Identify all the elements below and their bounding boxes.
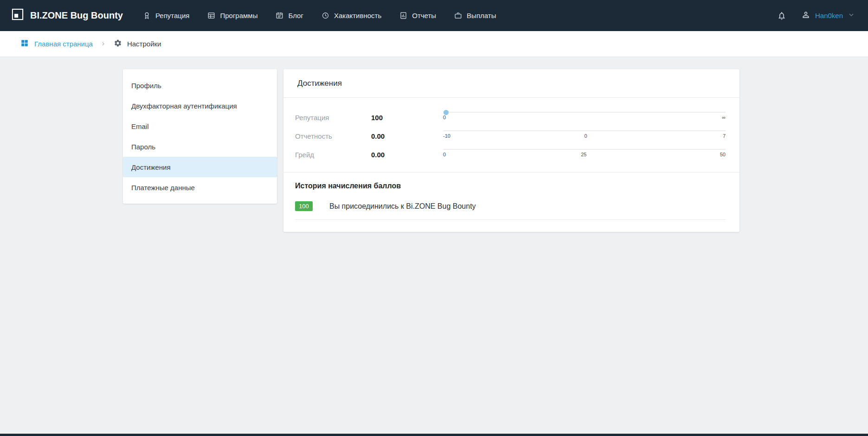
notifications-bell-icon[interactable] — [777, 11, 786, 20]
metric-label: Грейд — [295, 151, 371, 159]
metric-label: Отчетность — [295, 132, 371, 140]
user-menu[interactable]: Han0ken — [801, 10, 855, 21]
breadcrumb-home-link[interactable]: Главная страница — [20, 39, 93, 49]
metric-value: 100 — [371, 114, 443, 122]
nav-item-programs[interactable]: Программы — [207, 11, 257, 20]
reputation-medal-icon — [142, 11, 151, 20]
settings-content: Профиль Двухфакторная аутентификация Ema… — [123, 69, 868, 232]
nav-label: Программы — [220, 12, 257, 19]
history-item: 100 Вы присоединились к Bi.ZONE Bug Boun… — [295, 201, 726, 220]
slider-track — [443, 112, 726, 113]
points-badge: 100 — [295, 201, 313, 211]
footer-strip — [0, 434, 868, 436]
nav-item-blog[interactable]: Блог — [275, 11, 303, 20]
metrics-section: Репутация 100 0 ∞ Отчетность 0.00 — [283, 98, 739, 173]
scale-mid: 25 — [581, 152, 586, 157]
panel-title: Достижения — [283, 69, 739, 98]
sidebar-item-profile[interactable]: Профиль — [123, 75, 277, 96]
username-label: Han0ken — [815, 12, 843, 19]
activity-clock-icon — [321, 11, 330, 20]
sidebar-item-achievements[interactable]: Достижения — [123, 157, 277, 177]
scale-min: 0 — [443, 115, 448, 120]
nav-item-payouts[interactable]: Выплаты — [454, 11, 496, 20]
programs-grid-icon — [207, 11, 216, 20]
navbar-right: Han0ken — [777, 10, 855, 21]
reports-chart-icon — [399, 11, 408, 20]
metric-value: 0.00 — [371, 132, 443, 140]
main-navigation: Репутация Программы Блог — [142, 11, 496, 20]
nav-label: Отчеты — [412, 12, 436, 19]
breadcrumb: Главная страница Настройки — [0, 31, 868, 57]
user-avatar-icon — [801, 10, 810, 21]
metric-row-reporting: Отчетность 0.00 -10 0 7 — [295, 127, 726, 145]
scale-max: ∞ — [721, 115, 726, 120]
brand-logo[interactable]: BI.ZONE Bug Bounty — [11, 8, 123, 23]
scale-mid: 0 — [583, 133, 588, 139]
nav-item-reports[interactable]: Отчеты — [399, 11, 436, 20]
metric-row-grade: Грейд 0.00 0 25 50 — [295, 145, 726, 164]
chevron-down-icon — [848, 11, 855, 20]
scale-min: -10 — [443, 133, 450, 139]
metric-label: Репутация — [295, 114, 371, 122]
slider-track — [443, 130, 726, 131]
top-navbar: BI.ZONE Bug Bounty Репутация Программы — [0, 0, 868, 31]
sidebar-item-payment-details[interactable]: Платежные данные — [123, 177, 277, 198]
bizone-logo-icon — [11, 8, 24, 23]
scale-mid — [582, 115, 587, 120]
nav-label: Репутация — [155, 12, 189, 19]
metric-value: 0.00 — [371, 151, 443, 159]
gear-icon — [114, 39, 122, 49]
settings-sidebar: Профиль Двухфакторная аутентификация Ema… — [123, 69, 277, 204]
payouts-briefcase-icon — [454, 11, 463, 20]
nav-label: Выплаты — [467, 12, 496, 19]
scale-max: 50 — [720, 152, 726, 157]
slider-track — [443, 149, 726, 150]
metric-slider: 0 25 50 — [443, 149, 726, 157]
breadcrumb-current: Настройки — [114, 39, 161, 49]
achievements-panel: Достижения Репутация 100 0 ∞ — [283, 69, 739, 232]
home-grid-icon — [20, 39, 29, 49]
metric-slider: -10 0 7 — [443, 130, 726, 139]
sidebar-item-password[interactable]: Пароль — [123, 136, 277, 157]
metric-row-reputation: Репутация 100 0 ∞ — [295, 108, 726, 127]
brand-title: BI.ZONE Bug Bounty — [30, 10, 123, 21]
sidebar-item-two-factor[interactable]: Двухфакторная аутентификация — [123, 96, 277, 116]
metric-slider: 0 ∞ — [443, 112, 726, 120]
breadcrumb-home-label: Главная страница — [34, 40, 93, 48]
nav-label: Блог — [288, 12, 303, 19]
history-item-text: Вы присоединились к Bi.ZONE Bug Bounty — [329, 202, 476, 211]
scale-max: 7 — [721, 133, 726, 139]
nav-label: Хакактивность — [334, 12, 381, 19]
scale-min: 0 — [443, 152, 448, 157]
slider-scale: 0 ∞ — [443, 115, 726, 120]
slider-scale: 0 25 50 — [443, 152, 726, 157]
nav-item-reputation[interactable]: Репутация — [142, 11, 189, 20]
chevron-right-icon — [100, 41, 106, 47]
sidebar-item-email[interactable]: Email — [123, 116, 277, 136]
history-title: История начисления баллов — [295, 182, 726, 190]
nav-item-hackactivity[interactable]: Хакактивность — [321, 11, 381, 20]
slider-handle — [444, 110, 449, 115]
blog-calendar-icon — [275, 11, 284, 20]
slider-scale: -10 0 7 — [443, 133, 726, 139]
breadcrumb-current-label: Настройки — [127, 40, 161, 48]
